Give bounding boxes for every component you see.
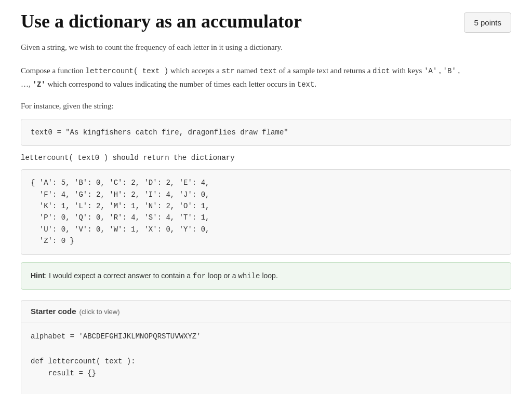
starter-code-header[interactable]: Starter code(click to view) — [21, 300, 511, 322]
period: . — [314, 80, 316, 88]
a-key: 'A' — [424, 67, 437, 75]
z-key: 'Z' — [33, 80, 46, 89]
subtitle: Given a string, we wish to count the fre… — [21, 43, 511, 52]
description-intro: Compose a function — [21, 66, 86, 75]
text-var: text — [259, 67, 277, 75]
of-a-text: of a sample text and returns a — [277, 66, 373, 75]
description-block: Compose a function lettercount( text ) w… — [21, 64, 511, 91]
while-loop-code: while — [238, 272, 260, 280]
code-example-block: text0 = "As kingfishers catch fire, drag… — [21, 119, 511, 146]
starter-code-body: alphabet = 'ABCDEFGHIJKLMNOPQRSTUVWXYZ' … — [21, 322, 511, 394]
b-key: 'B' — [443, 67, 456, 75]
text-ref: text — [297, 80, 315, 89]
dict-type: dict — [373, 67, 390, 75]
comma2: , — [456, 66, 460, 75]
dict-output-block: { 'A': 5, 'B': 0, 'C': 2, 'D': 2, 'E': 4… — [21, 169, 511, 254]
named-text: named — [235, 66, 259, 75]
for-instance: For instance, given the string: — [21, 102, 511, 111]
hint-text-middle: loop or a — [206, 271, 238, 280]
inline-text: lettercount( text0 ) should return the d… — [21, 153, 511, 162]
str-type: str — [222, 67, 235, 75]
starter-code-label: Starter code — [31, 307, 76, 316]
correspond-text: which correspond to values indicating th… — [46, 80, 297, 88]
which-accepts-text: which accepts a — [170, 66, 222, 75]
comma1: , — [437, 66, 443, 75]
hint-text-before: : I would expect a correct answer to con… — [45, 271, 193, 280]
ellipsis: …, — [21, 80, 31, 88]
page-title: Use a dictionary as an accumulator — [21, 10, 302, 33]
hint-box: Hint: I would expect a correct answer to… — [21, 262, 511, 290]
for-loop-code: for — [193, 272, 206, 280]
function-signature: lettercount( text ) — [86, 67, 169, 75]
hint-text-after: loop. — [260, 271, 278, 280]
points-badge: 5 points — [464, 12, 511, 33]
with-keys-text: with keys — [390, 66, 424, 75]
hint-label: Hint — [31, 271, 45, 280]
click-to-view-label: (click to view) — [79, 308, 120, 316]
starter-code-section: Starter code(click to view) alphabet = '… — [21, 300, 511, 394]
inline-code: lettercount( text0 ) should return the d… — [21, 154, 235, 162]
